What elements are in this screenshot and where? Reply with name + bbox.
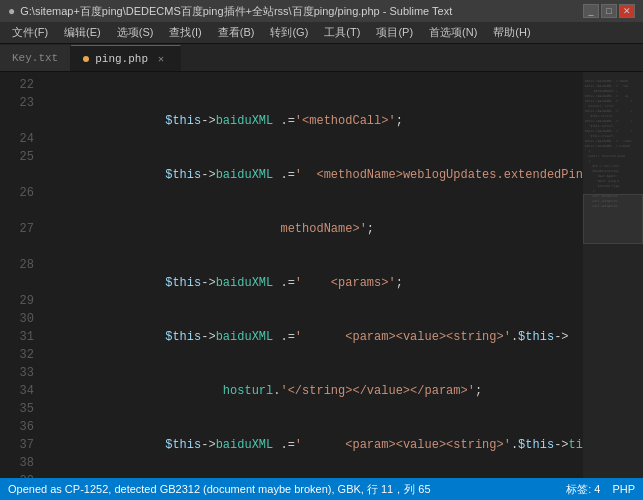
app-icon: ● (8, 4, 15, 18)
code-line-23a: $this->baiduXML .=' <methodName>weblogUp… (50, 166, 583, 184)
line-num-28: 28 (0, 256, 34, 274)
code-line-25b: hosturl.'</string></value></param>'; (50, 382, 583, 400)
menu-goto[interactable]: 转到(G) (262, 23, 316, 42)
line-num-22: 22 (0, 76, 34, 94)
code-line-26a: $this->baiduXML .=' <param><value><strin… (50, 436, 583, 454)
maximize-button[interactable]: □ (601, 4, 617, 18)
code-line-25a: $this->baiduXML .=' <param><value><strin… (50, 328, 583, 346)
menu-edit[interactable]: 编辑(E) (56, 23, 109, 42)
status-left: Opened as CP-1252, detected GB2312 (docu… (8, 482, 431, 497)
line-num-38: 38 (0, 454, 34, 472)
tab-bar: Key.txt ping.php ✕ (0, 44, 643, 72)
language-mode: PHP (612, 483, 635, 495)
line-num-cont5 (0, 274, 34, 292)
line-num-29: 29 (0, 292, 34, 310)
line-num-33: 33 (0, 364, 34, 382)
menu-help[interactable]: 帮助(H) (485, 23, 538, 42)
editor-container: 22 23 24 25 26 27 28 29 30 31 32 33 34 3… (0, 72, 643, 478)
line-num-31: 31 (0, 328, 34, 346)
window-controls: _ □ ✕ (583, 4, 635, 18)
menu-bar: 文件(F) 编辑(E) 选项(S) 查找(I) 查看(B) 转到(G) 工具(T… (0, 22, 643, 44)
tab-size: 标签: 4 (566, 482, 600, 497)
line-num-cont1 (0, 112, 34, 130)
tab-pingphp[interactable]: ping.php ✕ (71, 45, 181, 71)
line-num-cont4 (0, 238, 34, 256)
minimap-viewport-slider[interactable] (583, 194, 643, 244)
close-button[interactable]: ✕ (619, 4, 635, 18)
menu-file[interactable]: 文件(F) (4, 23, 56, 42)
modified-indicator (83, 56, 89, 62)
minimize-button[interactable]: _ (583, 4, 599, 18)
tab-label: Key.txt (12, 52, 58, 64)
status-right: 标签: 4 PHP (566, 482, 635, 497)
code-line-24: $this->baiduXML .=' <params>'; (50, 274, 583, 292)
line-numbers: 22 23 24 25 26 27 28 29 30 31 32 33 34 3… (0, 72, 42, 478)
code-line-22: $this->baiduXML .='<methodCall>'; (50, 112, 583, 130)
line-num-39: 39 (0, 472, 34, 478)
line-num-26: 26 (0, 184, 34, 202)
line-num-27: 27 (0, 220, 34, 238)
line-num-36: 36 (0, 418, 34, 436)
line-num-cont2 (0, 166, 34, 184)
tab-label: ping.php (95, 53, 148, 65)
line-num-32: 32 (0, 346, 34, 364)
menu-find[interactable]: 查找(I) (161, 23, 209, 42)
window-title: G:\sitemap+百度ping\DEDECMS百度ping插件+全站rss\… (20, 4, 583, 19)
menu-tools[interactable]: 工具(T) (316, 23, 368, 42)
menu-prefs[interactable]: 首选项(N) (421, 23, 485, 42)
status-bar: Opened as CP-1252, detected GB2312 (docu… (0, 478, 643, 500)
tab-keytxt[interactable]: Key.txt (0, 45, 71, 71)
title-bar: ● G:\sitemap+百度ping\DEDECMS百度ping插件+全站rs… (0, 0, 643, 22)
line-num-cont3 (0, 202, 34, 220)
line-num-34: 34 (0, 382, 34, 400)
line-num-30: 30 (0, 310, 34, 328)
minimap[interactable]: $this->baiduXML .='<meth $this->baiduXML… (583, 72, 643, 478)
tab-close-button[interactable]: ✕ (154, 52, 168, 66)
menu-project[interactable]: 项目(P) (368, 23, 421, 42)
encoding-status: Opened as CP-1252, detected GB2312 (docu… (8, 482, 431, 497)
menu-view[interactable]: 查看(B) (210, 23, 263, 42)
line-num-23: 23 (0, 94, 34, 112)
line-num-35: 35 (0, 400, 34, 418)
line-num-37: 37 (0, 436, 34, 454)
menu-options[interactable]: 选项(S) (109, 23, 162, 42)
line-num-24: 24 (0, 130, 34, 148)
code-editor[interactable]: $this->baiduXML .='<methodCall>'; $this-… (42, 72, 583, 478)
line-num-25: 25 (0, 148, 34, 166)
code-line-23b: methodName>'; (50, 220, 583, 238)
